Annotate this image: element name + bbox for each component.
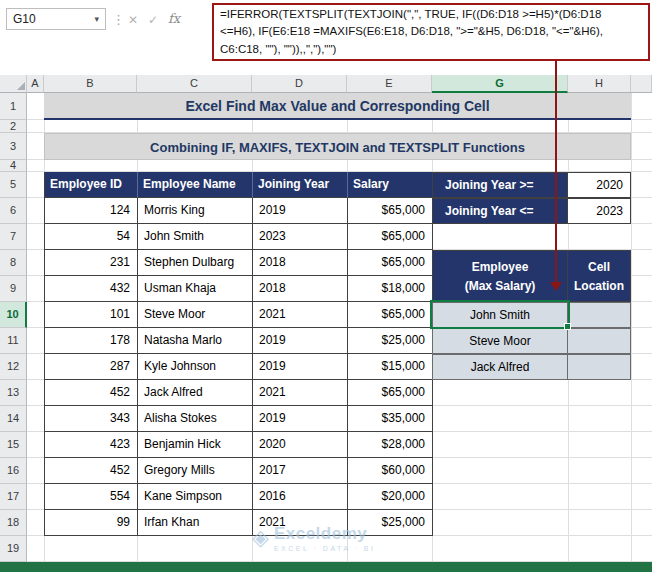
row-header-7[interactable]: 7	[0, 224, 27, 250]
cell-joining-year[interactable]: 2018	[253, 250, 348, 276]
cell-salary[interactable]: $65,000	[348, 224, 433, 250]
column-header-e[interactable]: E	[347, 75, 432, 93]
row-header-5[interactable]: 5	[0, 172, 27, 198]
criteria-label-joining-year-le[interactable]: Joining Year <=	[432, 198, 568, 224]
row-header-19[interactable]: 19	[0, 536, 27, 562]
cell-employee-name[interactable]: John Smith	[138, 224, 253, 250]
header-employee-id[interactable]: Employee ID	[45, 172, 138, 198]
criteria-label-joining-year-ge[interactable]: Joining Year >=	[432, 172, 568, 198]
cell-salary[interactable]: $65,000	[348, 250, 433, 276]
cancel-icon[interactable]: ✕	[128, 13, 138, 27]
cell-salary[interactable]: $65,000	[348, 380, 433, 406]
cell-joining-year[interactable]: 2019	[253, 198, 348, 224]
cell-salary[interactable]: $25,000	[348, 328, 433, 354]
select-all-button[interactable]	[0, 75, 27, 93]
subtitle-cell[interactable]: Combining IF, MAXIFS, TEXTJOIN and TEXTS…	[44, 133, 631, 160]
result-cell-location-1[interactable]	[568, 302, 631, 328]
cell-employee-name[interactable]: Stephen Dulbarg	[138, 250, 253, 276]
result-cell-location-3[interactable]	[568, 354, 631, 380]
cell-salary[interactable]: $18,000	[348, 276, 433, 302]
criteria-value-joining-year-ge[interactable]: 2020	[568, 172, 631, 198]
cell-employee-name[interactable]: Jack Alfred	[138, 380, 253, 406]
cell-salary[interactable]: $35,000	[348, 406, 433, 432]
chevron-down-icon[interactable]: ▾	[94, 14, 99, 24]
cell-employee-name[interactable]: Kane Simpson	[138, 484, 253, 510]
cell-employee-id[interactable]: 432	[45, 276, 138, 302]
cell-employee-name[interactable]: Natasha Marlo	[138, 328, 253, 354]
criteria-value-joining-year-le[interactable]: 2023	[568, 198, 631, 224]
cell-salary[interactable]: $65,000	[348, 302, 433, 328]
cell-employee-name[interactable]: Irfan Khan	[138, 510, 253, 536]
row-header-4[interactable]: 4	[0, 160, 27, 172]
cell-salary[interactable]: $65,000	[348, 198, 433, 224]
cell-employee-name[interactable]: Kyle Johnson	[138, 354, 253, 380]
column-header-a[interactable]: A	[27, 75, 44, 93]
row-header-15[interactable]: 15	[0, 432, 27, 458]
result-header-employee-max-salary[interactable]: Employee (Max Salary)	[432, 250, 568, 302]
cell-employee-id[interactable]: 343	[45, 406, 138, 432]
column-header-c[interactable]: C	[137, 75, 252, 93]
cell-employee-name[interactable]: Gregory Mills	[138, 458, 253, 484]
cell-employee-name[interactable]: Benjamin Hick	[138, 432, 253, 458]
cell-employee-name[interactable]: Usman Khaja	[138, 276, 253, 302]
column-header-d[interactable]: D	[252, 75, 347, 93]
result-cell-location-2[interactable]	[568, 328, 631, 354]
column-header-h[interactable]: H	[568, 75, 631, 93]
formula-input[interactable]: =IFERROR(TEXTSPLIT(TEXTJOIN(",", TRUE, I…	[212, 3, 650, 61]
cell-joining-year[interactable]: 2019	[253, 406, 348, 432]
cell-joining-year[interactable]: 2021	[253, 302, 348, 328]
enter-icon[interactable]: ✓	[148, 13, 158, 27]
header-employee-name[interactable]: Employee Name	[138, 172, 253, 198]
cell-joining-year[interactable]: 2016	[253, 484, 348, 510]
row-header-9[interactable]: 9	[0, 276, 27, 302]
title-cell[interactable]: Excel Find Max Value and Corresponding C…	[44, 93, 631, 120]
cell-joining-year[interactable]: 2019	[253, 328, 348, 354]
result-cell-employee-2[interactable]: Steve Moor	[432, 328, 568, 354]
row-header-3[interactable]: 3	[0, 133, 27, 160]
cell-employee-id[interactable]: 452	[45, 380, 138, 406]
header-joining-year[interactable]: Joining Year	[253, 172, 348, 198]
cell-joining-year[interactable]: 2018	[253, 276, 348, 302]
row-header-16[interactable]: 16	[0, 458, 27, 484]
cell-employee-id[interactable]: 554	[45, 484, 138, 510]
cell-salary[interactable]: $15,000	[348, 354, 433, 380]
header-salary[interactable]: Salary	[348, 172, 433, 198]
cell-employee-id[interactable]: 178	[45, 328, 138, 354]
column-header-g[interactable]: G	[432, 75, 568, 93]
cell-employee-name[interactable]: Alisha Stokes	[138, 406, 253, 432]
cell-salary[interactable]: $28,000	[348, 432, 433, 458]
cell-employee-id[interactable]: 54	[45, 224, 138, 250]
cell-employee-id[interactable]: 124	[45, 198, 138, 224]
row-header-12[interactable]: 12	[0, 354, 27, 380]
insert-function-icon[interactable]: fx	[168, 11, 180, 26]
cell-employee-name[interactable]: Morris King	[138, 198, 253, 224]
cell-joining-year[interactable]: 2021	[253, 380, 348, 406]
row-header-14[interactable]: 14	[0, 406, 27, 432]
name-box[interactable]: G10 ▾	[6, 8, 106, 30]
result-header-cell-location[interactable]: Cell Location	[568, 250, 631, 302]
cell-employee-id[interactable]: 101	[45, 302, 138, 328]
cell-employee-id[interactable]: 99	[45, 510, 138, 536]
row-header-17[interactable]: 17	[0, 484, 27, 510]
cell-joining-year[interactable]: 2019	[253, 354, 348, 380]
cell-joining-year[interactable]: 2023	[253, 224, 348, 250]
cell-employee-id[interactable]: 287	[45, 354, 138, 380]
cell-joining-year[interactable]: 2020	[253, 432, 348, 458]
cell-employee-id[interactable]: 231	[45, 250, 138, 276]
result-cell-employee-1[interactable]: John Smith	[432, 302, 568, 328]
cell-salary[interactable]: $60,000	[348, 458, 433, 484]
cell-employee-id[interactable]: 452	[45, 458, 138, 484]
cell-joining-year[interactable]: 2017	[253, 458, 348, 484]
result-cell-employee-3[interactable]: Jack Alfred	[432, 354, 568, 380]
row-header-13[interactable]: 13	[0, 380, 27, 406]
row-header-11[interactable]: 11	[0, 328, 27, 354]
row-header-10[interactable]: 10	[0, 302, 27, 328]
row-header-2[interactable]: 2	[0, 120, 27, 133]
row-header-1[interactable]: 1	[0, 93, 27, 120]
cell-employee-name[interactable]: Steve Moor	[138, 302, 253, 328]
row-header-18[interactable]: 18	[0, 510, 27, 536]
cell-employee-id[interactable]: 423	[45, 432, 138, 458]
column-header-b[interactable]: B	[44, 75, 137, 93]
row-header-8[interactable]: 8	[0, 250, 27, 276]
cell-salary[interactable]: $20,000	[348, 484, 433, 510]
